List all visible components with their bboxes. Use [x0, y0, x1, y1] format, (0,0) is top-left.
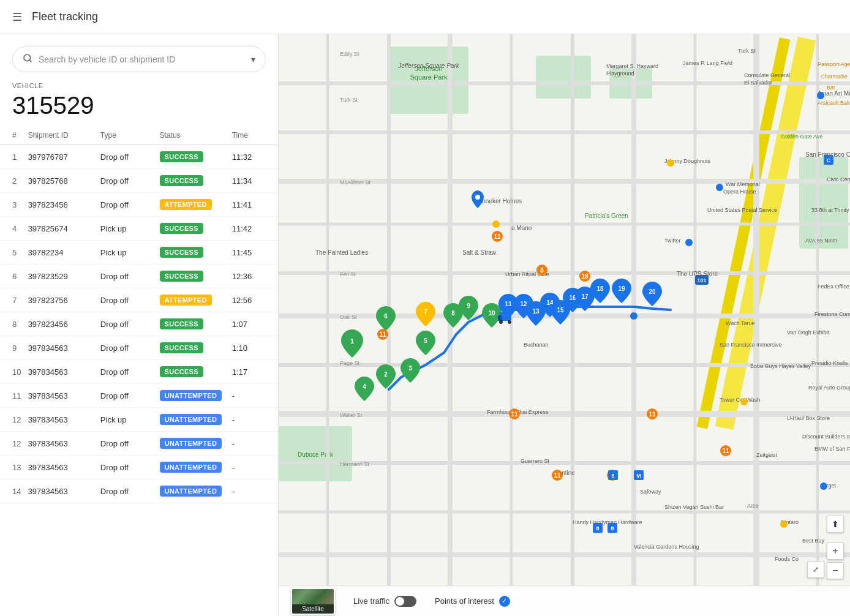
search-bar[interactable]: Search by vehicle ID or shipment ID ▾: [12, 47, 266, 72]
svg-text:9: 9: [467, 302, 470, 309]
table-row[interactable]: 14397834563Drop offUNATTEMPTED-: [0, 479, 278, 503]
table-row[interactable]: 12397834563Drop offUNATTEMPTED-: [0, 432, 278, 456]
table-row[interactable]: 12397834563Pick upUNATTEMPTED-: [0, 408, 278, 432]
satellite-label: Satellite: [292, 604, 334, 614]
svg-text:8: 8: [611, 473, 614, 479]
svg-rect-6: [536, 56, 591, 99]
cell-status: UNATTEMPTED: [160, 408, 232, 432]
cell-num: 10: [0, 360, 28, 384]
table-row[interactable]: 13397834563Drop offUNATTEMPTED-: [0, 456, 278, 479]
cell-num: 6: [0, 265, 28, 288]
cell-shipment-id: 39782234: [28, 241, 100, 265]
table-row[interactable]: 2397825768Drop offSUCCESS11:34: [0, 169, 278, 193]
cell-type: Pick up: [100, 217, 160, 241]
table-row[interactable]: 9397834563Drop offSUCCESS1:10: [0, 336, 278, 360]
status-badge: SUCCESS: [160, 223, 203, 234]
svg-text:1: 1: [350, 337, 354, 345]
cell-shipment-id: 397823456: [28, 193, 100, 217]
table-row[interactable]: 7397823756Drop offATTEMPTED12:56: [0, 288, 278, 312]
cell-time: 12:36: [232, 265, 278, 288]
table-row[interactable]: 8397823456Drop offSUCCESS1:07: [0, 312, 278, 336]
svg-text:3: 3: [408, 365, 412, 372]
svg-text:Playground: Playground: [606, 70, 634, 77]
map-container: Jefferson Square Park Duboce Park: [279, 34, 850, 616]
map-controls: + −: [827, 543, 844, 579]
cell-status: SUCCESS: [160, 241, 232, 265]
cell-status: SUCCESS: [160, 265, 232, 288]
map-background: Jefferson Square Park Duboce Park: [279, 34, 850, 616]
vehicle-label: VEHICLE: [12, 82, 266, 89]
svg-point-122: [492, 220, 500, 228]
table-row[interactable]: 3397823456Drop offATTEMPTED11:41: [0, 193, 278, 217]
svg-text:San Francisco Immersive: San Francisco Immersive: [720, 342, 782, 348]
status-badge: UNATTEMPTED: [160, 414, 222, 425]
svg-text:FedEx Office: FedEx Office: [818, 284, 849, 290]
traffic-toggle-pill[interactable]: [394, 596, 416, 607]
cell-time: -: [232, 479, 278, 503]
cell-num: 12: [0, 408, 28, 432]
cell-status: UNATTEMPTED: [160, 432, 232, 456]
cell-status: SUCCESS: [160, 312, 232, 336]
svg-text:11: 11: [511, 411, 518, 418]
compass-button[interactable]: ⬆: [827, 516, 844, 533]
cell-type: Drop off: [100, 193, 160, 217]
svg-text:Safeway: Safeway: [640, 489, 661, 495]
svg-text:U-Haul Box Store: U-Haul Box Store: [787, 415, 830, 421]
svg-text:Patricia's Green: Patricia's Green: [585, 212, 628, 219]
status-badge: SUCCESS: [160, 271, 203, 282]
table-row[interactable]: 539782234Pick upSUCCESS11:45: [0, 241, 278, 265]
svg-point-128: [740, 398, 748, 405]
main-layout: Search by vehicle ID or shipment ID ▾ VE…: [0, 34, 850, 616]
search-input[interactable]: Search by vehicle ID or shipment ID: [39, 54, 251, 64]
cell-shipment-id: 397834563: [28, 432, 100, 456]
cell-num: 7: [0, 288, 28, 312]
table-row[interactable]: 1397976787Drop offSUCCESS11:32: [0, 145, 278, 169]
svg-text:20: 20: [649, 288, 656, 295]
cell-num: 4: [0, 217, 28, 241]
table-row[interactable]: 4397825674Pick upSUCCESS11:42: [0, 217, 278, 241]
svg-text:7: 7: [424, 309, 427, 315]
cell-num: 12: [0, 432, 28, 456]
svg-text:11: 11: [505, 301, 512, 307]
svg-point-56: [508, 320, 511, 324]
svg-text:11: 11: [379, 331, 386, 338]
svg-text:13: 13: [532, 308, 540, 315]
svg-text:Consulate General: Consulate General: [744, 72, 790, 78]
cell-status: ATTEMPTED: [160, 288, 232, 312]
svg-text:8: 8: [611, 525, 614, 531]
svg-text:11: 11: [649, 411, 656, 418]
table-row[interactable]: 10397834563Drop offSUCCESS1:17: [0, 360, 278, 384]
cell-time: 11:34: [232, 169, 278, 193]
svg-text:James P. Lang Field: James P. Lang Field: [683, 60, 732, 66]
cell-status: UNATTEMPTED: [160, 384, 232, 408]
status-badge: UNATTEMPTED: [160, 486, 222, 497]
svg-text:33 8th at Trinity Place: 33 8th at Trinity Place: [811, 207, 850, 213]
svg-text:Opera House: Opera House: [723, 189, 756, 195]
cell-type: Drop off: [100, 288, 160, 312]
shipment-table: # Shipment ID Type Status Time 139797678…: [0, 126, 278, 503]
poi-checkmark-icon: ✓: [499, 596, 510, 607]
table-row[interactable]: 11397834563Drop offUNATTEMPTED-: [0, 384, 278, 408]
col-time: Time: [232, 126, 278, 145]
cell-time: 1:17: [232, 360, 278, 384]
cell-status: UNATTEMPTED: [160, 479, 232, 503]
table-row[interactable]: 6397823529Drop offSUCCESS12:36: [0, 265, 278, 288]
poi-toggle[interactable]: Points of interest ✓: [435, 596, 510, 607]
cell-type: Drop off: [100, 336, 160, 360]
zoom-out-button[interactable]: −: [827, 562, 844, 579]
svg-point-130: [780, 520, 788, 528]
svg-text:Firestone Complete: Firestone Complete: [814, 311, 850, 317]
cell-status: SUCCESS: [160, 360, 232, 384]
map-expand-button[interactable]: ⤢: [807, 561, 824, 578]
menu-icon[interactable]: ☰: [12, 10, 22, 24]
svg-point-121: [475, 195, 480, 200]
status-badge: UNATTEMPTED: [160, 462, 222, 473]
zoom-in-button[interactable]: +: [827, 543, 844, 560]
svg-text:Guerrero St: Guerrero St: [521, 458, 550, 464]
cell-status: SUCCESS: [160, 336, 232, 360]
live-traffic-toggle[interactable]: Live traffic: [353, 596, 416, 607]
vehicle-section: VEHICLE 315529: [0, 82, 278, 126]
svg-text:Handy Handyman Hardware: Handy Handyman Hardware: [573, 519, 642, 525]
svg-text:M: M: [636, 473, 641, 479]
satellite-thumbnail[interactable]: Satellite: [291, 588, 335, 615]
